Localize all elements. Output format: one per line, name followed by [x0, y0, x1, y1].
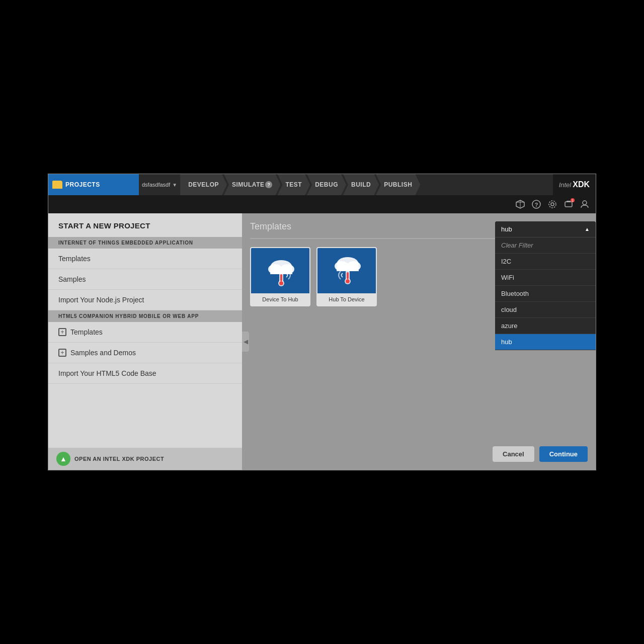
projects-tab[interactable]: PROJECTS — [48, 174, 139, 195]
device-to-hub-icon — [261, 253, 301, 288]
tab-build[interactable]: BUILD — [343, 174, 379, 195]
template-card-label-device-to-hub: Device To Hub — [251, 293, 309, 305]
help-icon: ? — [532, 200, 541, 209]
svg-rect-8 — [567, 201, 571, 202]
simulate-badge: ? — [265, 181, 272, 188]
section-header-html5: HTML5 COMPANION HYBRID MOBILE OR WEB APP — [48, 310, 242, 322]
top-bar: PROJECTS dsfasdfasdf ▼ DEVELOP SIMULATE … — [48, 174, 596, 195]
brand-xdk: XDK — [573, 180, 590, 189]
sidebar-collapse-button[interactable]: ◀ — [242, 332, 249, 352]
template-card-img-hub-to-device — [317, 248, 377, 293]
section-header-iot: INTERNET OF THINGS EMBEDDED APPLICATION — [48, 237, 242, 249]
filter-item-bluetooth[interactable]: Bluetooth — [495, 286, 596, 302]
plus-icon-templates: + — [58, 328, 66, 336]
user-icon-btn[interactable] — [578, 197, 592, 211]
open-project-label: OPEN AN INTEL XDK PROJECT — [74, 456, 164, 462]
project-dropdown-arrow[interactable]: ▼ — [172, 182, 177, 188]
hub-to-device-icon — [328, 253, 368, 288]
filter-arrow-icon: ▲ — [585, 226, 590, 232]
template-card-label-hub-to-device: Hub To Device — [317, 293, 376, 305]
filter-current-value: hub — [501, 225, 512, 233]
open-project-icon: ▲ — [56, 452, 70, 466]
icon-bar: ? 1 — [48, 195, 596, 213]
cancel-button[interactable]: Cancel — [493, 446, 534, 462]
cube-icon-btn[interactable] — [513, 197, 527, 211]
gear-icon-btn[interactable] — [545, 197, 559, 211]
tab-develop[interactable]: DEVELOP — [180, 174, 227, 195]
nav-tabs: DEVELOP SIMULATE ? TEST DEBUG BUILD PUBL… — [180, 174, 552, 195]
cube-icon — [516, 200, 525, 209]
open-project-button[interactable]: ▲ OPEN AN INTEL XDK PROJECT — [56, 452, 164, 466]
intel-logo: Intel XDK — [553, 174, 596, 195]
tab-simulate[interactable]: SIMULATE ? — [224, 174, 280, 195]
sidebar-title: START A NEW PROJECT — [48, 221, 242, 237]
project-name-display: dsfasdfasdf ▼ — [139, 174, 180, 195]
action-bar: Cancel Continue — [250, 438, 588, 462]
continue-button[interactable]: Continue — [539, 446, 588, 462]
tab-debug[interactable]: DEBUG — [307, 174, 346, 195]
template-card-hub-to-device[interactable]: Hub To Device — [316, 247, 377, 306]
svg-point-17 — [279, 281, 283, 285]
notification-badge-dot: 1 — [571, 198, 575, 202]
notification-icon-btn[interactable]: 1 — [561, 197, 576, 211]
filter-item-wifi[interactable]: WiFi — [495, 270, 596, 286]
svg-rect-24 — [347, 272, 349, 279]
svg-point-9 — [583, 201, 587, 205]
filter-item-clear[interactable]: Clear Filter — [495, 237, 596, 254]
filter-item-azure[interactable]: azure — [495, 318, 596, 334]
user-icon — [580, 200, 589, 209]
filter-header[interactable]: hub ▲ — [495, 221, 596, 237]
sidebar-item-html5-import[interactable]: Import Your HTML5 Code Base — [48, 363, 242, 384]
svg-point-5 — [551, 203, 554, 206]
filter-item-i2c[interactable]: I2C — [495, 254, 596, 270]
svg-point-6 — [549, 201, 556, 208]
app-window: PROJECTS dsfasdfasdf ▼ DEVELOP SIMULATE … — [48, 174, 596, 470]
sidebar-item-iot-import[interactable]: Import Your Node.js Project — [48, 290, 242, 310]
svg-rect-7 — [565, 202, 572, 207]
sidebar: START A NEW PROJECT INTERNET OF THINGS E… — [48, 213, 242, 470]
sidebar-item-html5-samples[interactable]: + Samples and Demos — [48, 343, 242, 363]
main-content: START A NEW PROJECT INTERNET OF THINGS E… — [48, 213, 596, 470]
sidebar-item-iot-samples[interactable]: Samples — [48, 269, 242, 290]
filter-item-hub[interactable]: hub — [495, 334, 596, 350]
svg-text:?: ? — [535, 202, 538, 208]
filter-item-cloud[interactable]: cloud — [495, 302, 596, 318]
projects-label: PROJECTS — [65, 181, 100, 188]
right-panel: Templates — [242, 213, 596, 470]
svg-point-25 — [346, 279, 350, 283]
plus-icon-samples: + — [58, 349, 66, 357]
brand-intel: Intel — [559, 181, 572, 189]
filter-dropdown: hub ▲ Clear Filter I2C WiFi Bluetooth — [495, 221, 596, 350]
sidebar-bottom-bar: ▲ OPEN AN INTEL XDK PROJECT — [48, 448, 242, 470]
tab-publish[interactable]: PUBLISH — [376, 174, 420, 195]
gear-icon — [548, 200, 557, 209]
sidebar-item-html5-templates[interactable]: + Templates — [48, 322, 242, 343]
filter-menu: Clear Filter I2C WiFi Bluetooth cloud — [495, 237, 596, 350]
template-card-device-to-hub[interactable]: Device To Hub — [250, 247, 310, 306]
help-icon-btn[interactable]: ? — [529, 197, 543, 211]
svg-rect-16 — [280, 274, 282, 281]
tab-test[interactable]: TEST — [277, 174, 310, 195]
project-name-text: dsfasdfasdf — [142, 182, 170, 188]
sidebar-item-iot-templates[interactable]: Templates — [48, 249, 242, 269]
folder-icon — [52, 181, 62, 189]
template-card-img-device-to-hub — [251, 248, 310, 293]
